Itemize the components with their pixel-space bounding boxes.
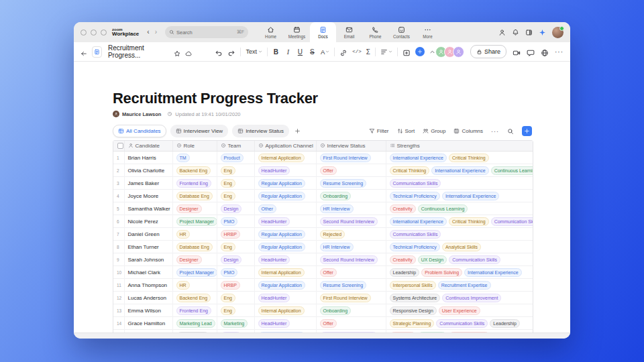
team-pill[interactable]: HRBP [221,281,240,290]
cell-team[interactable]: PMO [217,215,254,228]
interview-status-pill[interactable]: HR Interview [320,243,354,251]
cell-team[interactable]: Marketing [217,317,254,330]
cell-interview-status[interactable]: First Round Interview [316,292,386,304]
column-header-application-channel[interactable]: Application Channel [254,141,316,152]
cell-role[interactable]: Designer [172,253,217,266]
ai-companion-icon[interactable] [539,29,546,36]
cell-application-channel[interactable]: Regular Application [254,330,316,333]
cell-role[interactable]: Designer [172,202,217,215]
add-record-button[interactable] [522,126,532,136]
application-channel-pill[interactable]: HeadHunter [258,319,290,328]
cell-strengths[interactable]: International ExperienceCritical Thinkin… [386,215,533,228]
cell-role[interactable]: HR [172,228,217,241]
application-channel-pill[interactable]: Regular Application [258,281,305,290]
strength-pill[interactable]: International Experience [390,154,447,162]
nav-tab-home[interactable]: Home [258,22,284,42]
cell-team[interactable]: Eng [217,177,254,190]
role-pill[interactable]: Backend Eng [176,166,211,175]
role-pill[interactable]: TM [176,154,190,162]
strength-pill[interactable]: Leadership [490,319,520,328]
cell-role[interactable]: Database Eng [172,241,217,253]
strength-pill[interactable]: Communication Skills [491,217,533,226]
application-channel-pill[interactable]: HeadHunter [258,166,290,175]
team-pill[interactable]: PMO [221,217,238,226]
cell-interview-status[interactable]: Onboarding [316,190,386,202]
global-search-input[interactable]: Search ⌘F [165,26,248,38]
cell-candidate[interactable]: Joyce Moore [124,190,172,202]
cell-interview-status[interactable]: Resume Screening [316,177,386,190]
text-style-dropdown[interactable]: Text [246,48,262,55]
cell-application-channel[interactable]: Regular Application [254,190,316,202]
comments-icon[interactable] [527,48,535,56]
share-button[interactable]: Share [470,45,506,58]
interview-status-pill[interactable]: Offer [320,166,337,175]
role-pill[interactable]: Frontend Eng [176,306,211,315]
cell-interview-status[interactable]: Offer [316,317,386,330]
application-channel-pill[interactable]: Internal Application [258,154,305,162]
strength-pill[interactable]: Continuous Improvement [442,294,501,302]
application-channel-pill[interactable]: HeadHunter [258,255,290,264]
team-pill[interactable]: Eng [221,243,235,251]
role-pill[interactable]: UX Designer [176,332,210,333]
cell-candidate[interactable]: Michael Clark [124,266,172,279]
view-tab-interview-status[interactable]: Interview Status [232,125,289,137]
cell-interview-status[interactable]: Offer [316,266,386,279]
nav-tab-docs[interactable]: Docs [310,22,336,42]
cell-strengths[interactable]: Responsive DesignUser Experience [386,304,533,317]
cell-strengths[interactable]: CreativityContinuous Learning [386,202,533,215]
strength-pill[interactable]: International Experience [390,217,447,226]
interview-status-pill[interactable]: Resume Screening [320,281,367,290]
cell-strengths[interactable]: Interpersonal SkillsRecruitment Expertis… [386,279,533,292]
cell-strengths[interactable]: International ExperienceCritical Thinkin… [386,152,533,164]
column-header-interview-status[interactable]: Interview Status [316,141,386,152]
cell-interview-status[interactable]: Second Round Interview [316,253,386,266]
cell-role[interactable]: Project Manager [172,266,217,279]
nav-tab-contacts[interactable]: Contacts [388,22,415,42]
cell-role[interactable]: Marketing Lead [172,317,217,330]
zoom-window-button[interactable] [101,29,107,36]
undo-button[interactable] [215,48,223,56]
strength-pill[interactable]: Technical Proficiency [390,192,440,200]
cell-role[interactable]: Backend Eng [172,292,217,304]
cell-role[interactable]: TM [172,152,217,164]
cell-candidate[interactable]: Emma Wilson [124,304,172,317]
interview-status-pill[interactable]: Onboarding [320,306,352,315]
cell-application-channel[interactable]: Regular Application [254,177,316,190]
strength-pill[interactable]: UX Design [418,332,447,333]
application-channel-pill[interactable]: Regular Application [258,332,305,333]
bold-button[interactable]: B [272,48,280,56]
strength-pill[interactable]: Responsive Design [390,306,437,315]
cell-team[interactable]: Eng [217,304,254,317]
team-pill[interactable]: Marketing [221,319,248,328]
strength-pill[interactable]: Technical Proficiency [390,243,440,251]
strength-pill[interactable]: UX Design [418,255,447,264]
interview-status-pill[interactable]: Second Round Interview [320,332,378,333]
filter-button[interactable]: Filter [369,128,389,134]
cell-strengths[interactable]: Technical ProficiencyInternational Exper… [386,190,533,202]
column-header-team[interactable]: Team [217,141,254,152]
cell-strengths[interactable]: Strategic PlanningCommunication SkillsLe… [386,317,533,330]
cell-application-channel[interactable]: HeadHunter [254,292,316,304]
cell-candidate[interactable]: Daniel Green [124,228,172,241]
columns-button[interactable]: Columns [453,128,483,134]
role-pill[interactable]: Database Eng [176,192,213,200]
strength-pill[interactable]: Problem Solving [449,332,490,333]
team-pill[interactable]: Design [221,204,242,213]
cell-application-channel[interactable]: Regular Application [254,228,316,241]
role-pill[interactable]: HR [176,230,190,239]
cell-strengths[interactable]: Communication Skills [386,177,533,190]
interview-status-pill[interactable]: HR Interview [320,204,354,213]
cell-team[interactable]: Design [217,202,254,215]
more-options-button[interactable]: ··· [555,48,564,56]
role-pill[interactable]: Frontend Eng [176,179,211,188]
cell-application-channel[interactable]: HeadHunter [254,164,316,177]
team-pill[interactable]: Design [221,332,242,333]
strength-pill[interactable]: Communication Skills [390,230,441,239]
nav-tab-email[interactable]: Email [336,22,362,42]
application-channel-pill[interactable]: Internal Application [258,268,305,277]
strength-pill[interactable]: Creativity [390,332,416,333]
cell-role[interactable]: UX Designer [172,330,217,333]
cell-candidate[interactable]: Ethan Turner [124,241,172,253]
strength-pill[interactable]: Creativity [390,204,416,213]
role-pill[interactable]: Project Manager [176,268,217,277]
